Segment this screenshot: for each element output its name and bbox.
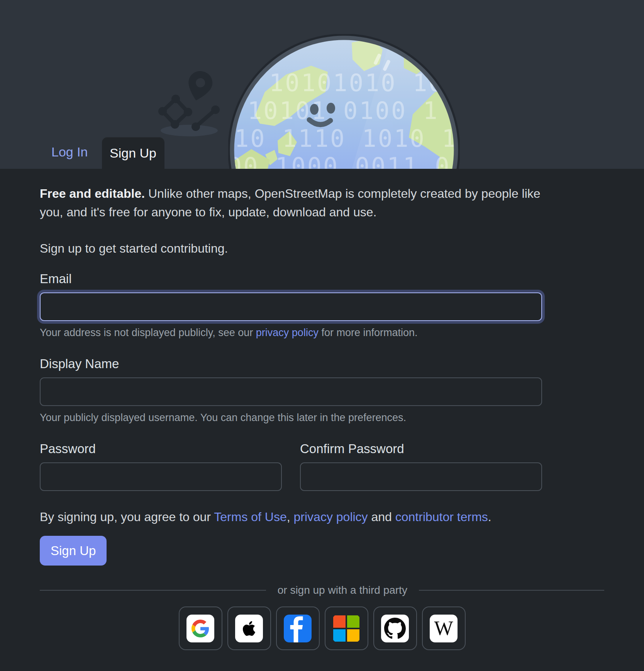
email-help: Your address is not displayed publicly, … <box>40 326 542 339</box>
apple-icon <box>235 615 263 642</box>
sketch-shapes <box>158 69 220 131</box>
signup-panel: Free and editable. Unlike other maps, Op… <box>0 169 644 650</box>
confirm-password-field-group: Confirm Password <box>300 442 542 491</box>
password-row: Password Confirm Password <box>40 442 542 491</box>
intro-paragraph: Free and editable. Unlike other maps, Op… <box>40 184 542 221</box>
sign-up-button[interactable]: Sign Up <box>40 536 107 566</box>
email-label: Email <box>40 272 542 286</box>
display-name-label: Display Name <box>40 357 542 371</box>
agreement-sep2: and <box>368 510 395 524</box>
signup-with-github-button[interactable] <box>373 606 417 650</box>
signup-with-facebook-button[interactable] <box>276 606 320 650</box>
display-name-input[interactable] <box>40 377 542 406</box>
tab-sign-up-label: Sign Up <box>110 146 156 161</box>
agreement-privacy-policy-link[interactable]: privacy policy <box>294 510 368 524</box>
auth-tabs: Log In Sign Up <box>51 137 164 169</box>
agreement-suffix: . <box>488 510 491 524</box>
email-field-group: Email Your address is not displayed publ… <box>40 272 542 339</box>
facebook-icon <box>284 615 312 642</box>
password-field-group: Password <box>40 442 282 491</box>
map-features-sketch-icon <box>153 69 228 138</box>
third-party-divider: or sign up with a third party <box>40 583 604 598</box>
wikipedia-icon: W <box>430 615 458 642</box>
privacy-policy-link[interactable]: privacy policy <box>256 327 319 338</box>
confirm-password-input[interactable] <box>300 462 542 491</box>
tab-sign-up[interactable]: Sign Up <box>102 137 164 169</box>
github-icon <box>381 615 409 642</box>
way-square-icon <box>158 95 192 129</box>
display-name-help: Your publicly displayed username. You ca… <box>40 411 542 424</box>
hero-header: 10101010 10 10101 0100 1 10 1110 1010 1 … <box>0 0 644 169</box>
agreement-prefix: By signing up, you agree to our <box>40 510 214 524</box>
smiling-earth-binary-globe-icon: 10101010 10 10101 0100 1 10 1110 1010 1 … <box>228 34 460 169</box>
divider-line-left <box>40 590 266 591</box>
microsoft-icon <box>332 615 360 642</box>
email-help-suffix: for more information. <box>319 327 418 338</box>
email-help-prefix: Your address is not displayed publicly, … <box>40 327 256 338</box>
email-input[interactable] <box>40 292 542 321</box>
intro-lead-bold: Free and editable. <box>40 187 145 200</box>
signup-with-microsoft-button[interactable] <box>325 606 368 650</box>
confirm-password-label: Confirm Password <box>300 442 542 456</box>
display-name-field-group: Display Name Your publicly displayed use… <box>40 357 542 424</box>
google-icon <box>186 615 214 642</box>
signup-with-wikipedia-button[interactable]: W <box>422 606 466 650</box>
sketch-shadow <box>161 125 218 136</box>
tab-log-in[interactable]: Log In <box>51 144 88 160</box>
divider-line-right <box>419 590 604 591</box>
agreement-sep1: , <box>287 510 294 524</box>
agreement-text: By signing up, you agree to our Terms of… <box>40 508 542 525</box>
signup-with-google-button[interactable] <box>179 606 222 650</box>
terms-of-use-link[interactable]: Terms of Use <box>214 510 286 524</box>
password-input[interactable] <box>40 462 282 491</box>
signup-form: Free and editable. Unlike other maps, Op… <box>40 184 542 566</box>
password-label: Password <box>40 442 282 456</box>
signup-with-apple-button[interactable] <box>227 606 271 650</box>
divider-label: or sign up with a third party <box>266 584 419 596</box>
third-party-providers: W <box>0 606 644 650</box>
intro-cta: Sign up to get started contributing. <box>40 239 542 258</box>
contributor-terms-link[interactable]: contributor terms <box>395 510 488 524</box>
map-pin-icon <box>185 69 215 103</box>
